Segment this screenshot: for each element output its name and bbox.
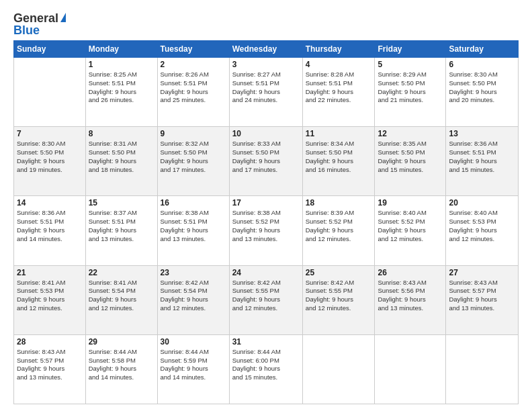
calendar-cell: 10Sunrise: 8:33 AM Sunset: 5:50 PM Dayli… <box>229 127 302 196</box>
day-info: Sunrise: 8:44 AM Sunset: 5:59 PM Dayligh… <box>161 348 226 382</box>
calendar-cell: 19Sunrise: 8:40 AM Sunset: 5:52 PM Dayli… <box>375 196 446 265</box>
calendar-header-tuesday: Tuesday <box>157 41 229 58</box>
calendar-cell: 21Sunrise: 8:41 AM Sunset: 5:53 PM Dayli… <box>14 265 86 334</box>
day-number: 31 <box>232 337 300 347</box>
calendar-cell: 30Sunrise: 8:44 AM Sunset: 5:59 PM Dayli… <box>157 334 229 404</box>
calendar-cell: 5Sunrise: 8:29 AM Sunset: 5:50 PM Daylig… <box>375 58 446 127</box>
day-number: 29 <box>89 337 154 347</box>
day-info: Sunrise: 8:25 AM Sunset: 5:51 PM Dayligh… <box>89 71 154 105</box>
day-number: 25 <box>306 268 372 277</box>
calendar-cell: 31Sunrise: 8:44 AM Sunset: 6:00 PM Dayli… <box>229 334 302 404</box>
day-number: 5 <box>378 60 443 69</box>
calendar-week-row: 28Sunrise: 8:43 AM Sunset: 5:57 PM Dayli… <box>14 334 519 404</box>
day-info: Sunrise: 8:36 AM Sunset: 5:51 PM Dayligh… <box>17 209 83 243</box>
day-number: 14 <box>17 198 83 208</box>
day-number: 16 <box>161 198 226 208</box>
calendar-cell <box>302 334 375 404</box>
day-number: 24 <box>232 268 300 277</box>
calendar-week-row: 7Sunrise: 8:30 AM Sunset: 5:50 PM Daylig… <box>14 127 519 196</box>
calendar-cell: 28Sunrise: 8:43 AM Sunset: 5:57 PM Dayli… <box>14 334 86 404</box>
day-info: Sunrise: 8:43 AM Sunset: 5:56 PM Dayligh… <box>378 279 443 313</box>
day-info: Sunrise: 8:38 AM Sunset: 5:52 PM Dayligh… <box>232 209 300 243</box>
calendar-cell: 18Sunrise: 8:39 AM Sunset: 5:52 PM Dayli… <box>302 196 375 265</box>
calendar: SundayMondayTuesdayWednesdayThursdayFrid… <box>13 40 519 404</box>
day-number: 22 <box>89 268 154 277</box>
calendar-cell: 13Sunrise: 8:36 AM Sunset: 5:51 PM Dayli… <box>446 127 519 196</box>
day-number: 2 <box>161 60 226 69</box>
calendar-cell: 12Sunrise: 8:35 AM Sunset: 5:50 PM Dayli… <box>375 127 446 196</box>
calendar-cell: 24Sunrise: 8:42 AM Sunset: 5:55 PM Dayli… <box>229 265 302 334</box>
day-info: Sunrise: 8:29 AM Sunset: 5:50 PM Dayligh… <box>378 71 443 105</box>
day-info: Sunrise: 8:36 AM Sunset: 5:51 PM Dayligh… <box>449 140 515 174</box>
day-info: Sunrise: 8:40 AM Sunset: 5:52 PM Dayligh… <box>378 209 443 243</box>
day-info: Sunrise: 8:27 AM Sunset: 5:51 PM Dayligh… <box>232 71 300 105</box>
day-info: Sunrise: 8:42 AM Sunset: 5:55 PM Dayligh… <box>232 279 300 313</box>
calendar-cell: 7Sunrise: 8:30 AM Sunset: 5:50 PM Daylig… <box>14 127 86 196</box>
header: General Blue <box>13 12 519 36</box>
day-number: 13 <box>449 129 515 138</box>
day-info: Sunrise: 8:41 AM Sunset: 5:53 PM Dayligh… <box>17 279 83 313</box>
day-number: 12 <box>378 129 443 138</box>
day-number: 28 <box>17 337 83 347</box>
calendar-cell: 15Sunrise: 8:37 AM Sunset: 5:51 PM Dayli… <box>85 196 157 265</box>
day-info: Sunrise: 8:40 AM Sunset: 5:53 PM Dayligh… <box>449 209 515 243</box>
day-number: 8 <box>89 129 154 138</box>
day-number: 18 <box>306 198 372 208</box>
day-number: 1 <box>89 60 154 69</box>
calendar-header-sunday: Sunday <box>14 41 86 58</box>
calendar-cell <box>14 58 86 127</box>
day-number: 17 <box>232 198 300 208</box>
day-info: Sunrise: 8:39 AM Sunset: 5:52 PM Dayligh… <box>306 209 372 243</box>
day-info: Sunrise: 8:32 AM Sunset: 5:50 PM Dayligh… <box>161 140 226 174</box>
day-number: 21 <box>17 268 83 277</box>
page: General Blue SundayMondayTuesdayWednesda… <box>0 0 532 411</box>
day-info: Sunrise: 8:44 AM Sunset: 6:00 PM Dayligh… <box>232 348 300 382</box>
logo-blue: Blue <box>13 24 66 36</box>
day-number: 6 <box>449 60 515 69</box>
calendar-cell <box>375 334 446 404</box>
calendar-cell: 25Sunrise: 8:42 AM Sunset: 5:55 PM Dayli… <box>302 265 375 334</box>
calendar-cell: 20Sunrise: 8:40 AM Sunset: 5:53 PM Dayli… <box>446 196 519 265</box>
day-info: Sunrise: 8:43 AM Sunset: 5:57 PM Dayligh… <box>17 348 83 382</box>
calendar-week-row: 14Sunrise: 8:36 AM Sunset: 5:51 PM Dayli… <box>14 196 519 265</box>
calendar-cell: 27Sunrise: 8:43 AM Sunset: 5:57 PM Dayli… <box>446 265 519 334</box>
day-info: Sunrise: 8:37 AM Sunset: 5:51 PM Dayligh… <box>89 209 154 243</box>
calendar-cell: 1Sunrise: 8:25 AM Sunset: 5:51 PM Daylig… <box>85 58 157 127</box>
calendar-header-row: SundayMondayTuesdayWednesdayThursdayFrid… <box>14 41 519 58</box>
calendar-cell: 14Sunrise: 8:36 AM Sunset: 5:51 PM Dayli… <box>14 196 86 265</box>
calendar-cell: 11Sunrise: 8:34 AM Sunset: 5:50 PM Dayli… <box>302 127 375 196</box>
day-info: Sunrise: 8:31 AM Sunset: 5:50 PM Dayligh… <box>89 140 154 174</box>
calendar-cell: 3Sunrise: 8:27 AM Sunset: 5:51 PM Daylig… <box>229 58 302 127</box>
day-info: Sunrise: 8:42 AM Sunset: 5:54 PM Dayligh… <box>161 279 226 313</box>
calendar-week-row: 21Sunrise: 8:41 AM Sunset: 5:53 PM Dayli… <box>14 265 519 334</box>
day-info: Sunrise: 8:38 AM Sunset: 5:51 PM Dayligh… <box>161 209 226 243</box>
calendar-cell: 9Sunrise: 8:32 AM Sunset: 5:50 PM Daylig… <box>157 127 229 196</box>
calendar-week-row: 1Sunrise: 8:25 AM Sunset: 5:51 PM Daylig… <box>14 58 519 127</box>
day-number: 10 <box>232 129 300 138</box>
day-number: 3 <box>232 60 300 69</box>
calendar-header-saturday: Saturday <box>446 41 519 58</box>
day-info: Sunrise: 8:34 AM Sunset: 5:50 PM Dayligh… <box>306 140 372 174</box>
calendar-header-monday: Monday <box>85 41 157 58</box>
day-number: 26 <box>378 268 443 277</box>
logo: General Blue <box>13 12 66 36</box>
day-info: Sunrise: 8:42 AM Sunset: 5:55 PM Dayligh… <box>306 279 372 313</box>
calendar-cell: 8Sunrise: 8:31 AM Sunset: 5:50 PM Daylig… <box>85 127 157 196</box>
calendar-header-wednesday: Wednesday <box>229 41 302 58</box>
day-number: 20 <box>449 198 515 208</box>
calendar-header-thursday: Thursday <box>302 41 375 58</box>
logo-general: General <box>13 12 58 24</box>
calendar-cell: 16Sunrise: 8:38 AM Sunset: 5:51 PM Dayli… <box>157 196 229 265</box>
calendar-cell: 22Sunrise: 8:41 AM Sunset: 5:54 PM Dayli… <box>85 265 157 334</box>
day-number: 11 <box>306 129 372 138</box>
day-info: Sunrise: 8:33 AM Sunset: 5:50 PM Dayligh… <box>232 140 300 174</box>
day-number: 9 <box>161 129 226 138</box>
calendar-cell <box>446 334 519 404</box>
day-number: 15 <box>89 198 154 208</box>
day-info: Sunrise: 8:28 AM Sunset: 5:51 PM Dayligh… <box>306 71 372 105</box>
calendar-cell: 17Sunrise: 8:38 AM Sunset: 5:52 PM Dayli… <box>229 196 302 265</box>
day-number: 23 <box>161 268 226 277</box>
day-info: Sunrise: 8:41 AM Sunset: 5:54 PM Dayligh… <box>89 279 154 313</box>
day-number: 30 <box>161 337 226 347</box>
calendar-cell: 2Sunrise: 8:26 AM Sunset: 5:51 PM Daylig… <box>157 58 229 127</box>
